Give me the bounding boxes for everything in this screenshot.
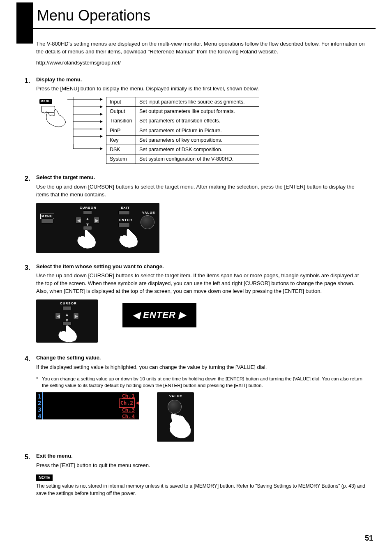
step-heading: Display the menu. [36, 76, 367, 84]
step-1: 1. Display the menu. Press the [MENU] bu… [36, 76, 367, 172]
cursor-up-button-icon [83, 210, 92, 214]
cursor-enter-panel-figure: MENU CURSOR ▲ ▼ ◀ ▶ EXIT ENTER VALUE [36, 203, 159, 253]
menu-category: Key [110, 136, 119, 144]
exit-label: EXIT [121, 205, 130, 210]
menu-category: Output [110, 108, 125, 115]
menu-desc: Set parameters of transition effects. [136, 116, 259, 126]
menu-desc: Set output parameters like output format… [136, 107, 259, 116]
footnote: * You can change a setting value up or d… [36, 375, 367, 389]
menu-desc: Set parameters of Picture in Picture. [136, 126, 259, 135]
enter-label: ENTER [119, 218, 132, 223]
step-number: 4. [25, 354, 36, 450]
table-row: SystemSet system configuration of the V-… [106, 154, 259, 164]
menu-desc: Set system configuration of the V-800HD. [136, 154, 259, 164]
step-5: 5. Exit the menu. Press the [EXIT] butto… [36, 452, 367, 497]
menu-desc: Set parameters of DSK composition. [136, 145, 259, 154]
step-text: If the displayed setting value is highli… [36, 364, 367, 371]
note-text: The setting value is not stored in inter… [36, 483, 367, 497]
step-4: 4. Change the setting value. If the disp… [36, 354, 367, 450]
menu-desc: Set input parameters like source assignm… [136, 97, 259, 107]
cursor-label: CURSOR [80, 205, 97, 210]
step-text: Use the up and down [CURSOR] buttons to … [36, 272, 367, 295]
tree-lines-icon [65, 97, 106, 152]
list-num: 4 [38, 412, 41, 420]
step-number: 2. [25, 174, 36, 260]
step-3: 3. Select the item whose setting you wan… [36, 263, 367, 352]
footnote-text: You can change a setting value up or dow… [42, 375, 367, 389]
step-text: Use the up and down [CURSOR] buttons to … [36, 183, 367, 199]
value-dial-figure: 1 2 3 4 Ch.1 Ch.2 ◀ Ch.3 Ch.4 VALUE [36, 392, 367, 442]
content: The V-800HD's setting menus are displaye… [0, 29, 392, 497]
table-row: PinPSet parameters of Picture in Picture… [106, 126, 259, 135]
press-hand-icon [57, 325, 81, 345]
page-number: 51 [365, 533, 373, 543]
press-hand-icon [118, 228, 142, 251]
menu-category: Transition [110, 117, 132, 124]
step-heading: Select the target menu. [36, 174, 367, 182]
step-heading: Change the setting value. [36, 354, 367, 362]
table-row: DSKSet parameters of DSK composition. [106, 145, 259, 154]
page-title: Menu Operations [37, 5, 150, 28]
menu-category: PinP [110, 127, 120, 134]
title-black-tab [16, 2, 33, 44]
enter-label: ENTER [143, 309, 176, 322]
cursor-enter-figure: CURSOR ▲ ▼ ◀ ▶ ◀ ENTER ▶ [36, 299, 367, 343]
turn-hand-icon [167, 411, 196, 442]
value-label: VALUE [142, 210, 155, 215]
exit-button-icon [118, 210, 130, 215]
menu-button-icon [41, 219, 53, 223]
step-heading: Select the item whose setting you want t… [36, 263, 367, 271]
press-hand-icon [76, 229, 100, 252]
step-2: 2. Select the target menu. Use the up an… [36, 174, 367, 260]
step-number: 5. [25, 452, 36, 497]
enter-button-icon [118, 223, 130, 227]
menu-category: DSK [110, 146, 120, 153]
menu-desc: Set parameters of key compositions. [136, 135, 259, 145]
step-number: 1. [25, 76, 36, 172]
menu-category: System [110, 155, 127, 163]
intro-text: The V-800HD's setting menus are displaye… [36, 40, 367, 56]
press-hand-icon [44, 108, 69, 131]
left-triangle-icon: ◀ [133, 309, 143, 322]
menu-tree-figure: MENU InputSet input parameters like sour… [36, 97, 367, 164]
step-number: 3. [25, 263, 36, 352]
cursor-label: CURSOR [60, 301, 77, 306]
note-label: NOTE [36, 474, 53, 481]
value-label: VALUE [169, 394, 182, 399]
step-text: Press the [MENU] button to display the m… [36, 85, 367, 93]
cursor-up-button-icon [62, 306, 71, 310]
table-row: OutputSet output parameters like output … [106, 107, 259, 116]
value-panel-figure: VALUE [157, 392, 194, 442]
list-ch: Ch.4 [122, 413, 135, 421]
right-triangle-icon: ▶ [176, 309, 186, 322]
selector-triangle-icon: ◀ [136, 400, 139, 406]
asterisk-icon: * [36, 375, 42, 389]
enter-screen-figure: ◀ ENTER ▶ [122, 303, 196, 327]
menu-items-table: InputSet input parameters like source as… [106, 97, 259, 164]
reference-url: http://www.rolandsystemsgroup.net/ [36, 59, 367, 67]
menu-button-label: MENU [39, 99, 52, 104]
table-row: TransitionSet parameters of transition e… [106, 116, 259, 126]
step-text: Press the [EXIT] button to quit the menu… [36, 462, 367, 470]
osd-list-screen: 1 2 3 4 Ch.1 Ch.2 ◀ Ch.3 Ch.4 [36, 392, 139, 419]
table-row: InputSet input parameters like source as… [106, 97, 259, 107]
title-wrap: Menu Operations [16, 0, 376, 29]
step-heading: Exit the menu. [36, 452, 367, 460]
table-row: KeySet parameters of key compositions. [106, 135, 259, 145]
menu-category: Input [110, 98, 121, 106]
value-knob-icon [141, 215, 154, 229]
